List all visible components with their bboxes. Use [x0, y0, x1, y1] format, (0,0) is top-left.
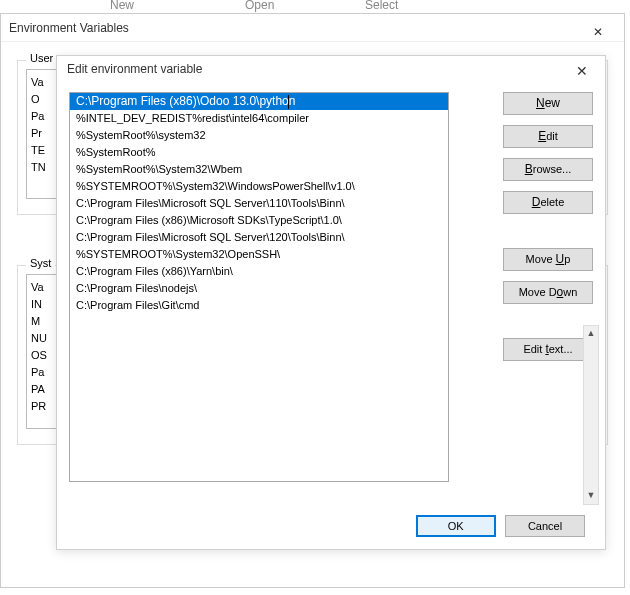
edit-env-titlebar: Edit environment variable ✕: [57, 56, 605, 82]
list-item[interactable]: %SystemRoot%: [70, 144, 448, 161]
list-item[interactable]: C:\Program Files (x86)\Yarn\bin\: [70, 263, 448, 280]
scroll-down-icon[interactable]: ▼: [584, 488, 598, 504]
ok-button[interactable]: OK: [416, 515, 496, 537]
env-variables-title: Environment Variables: [9, 21, 129, 35]
cancel-button[interactable]: Cancel: [505, 515, 585, 537]
move-up-button[interactable]: Move Up: [503, 248, 593, 271]
edit-button[interactable]: Edit: [503, 125, 593, 148]
list-item[interactable]: %SYSTEMROOT%\System32\OpenSSH\: [70, 246, 448, 263]
close-icon[interactable]: ✕: [578, 18, 618, 38]
edit-env-title: Edit environment variable: [67, 62, 202, 76]
close-icon[interactable]: ✕: [567, 58, 597, 84]
delete-button[interactable]: Delete: [503, 191, 593, 214]
list-item[interactable]: C:\Program Files (x86)\Odoo 13.0\python: [70, 93, 448, 110]
move-down-button[interactable]: Move Down: [503, 281, 593, 304]
text-caret: [288, 95, 289, 109]
list-item[interactable]: C:\Program Files\Microsoft SQL Server\12…: [70, 229, 448, 246]
edit-text-button[interactable]: Edit text...: [503, 338, 593, 361]
list-item[interactable]: C:\Program Files\Microsoft SQL Server\11…: [70, 195, 448, 212]
list-item[interactable]: C:\Program Files (x86)\Microsoft SDKs\Ty…: [70, 212, 448, 229]
list-item[interactable]: %SystemRoot%\System32\Wbem: [70, 161, 448, 178]
browse-button[interactable]: Browse...: [503, 158, 593, 181]
system-vars-label: Syst: [26, 257, 55, 269]
background-tabs: New Open Select: [0, 0, 630, 12]
list-item[interactable]: %SYSTEMROOT%\System32\WindowsPowerShell\…: [70, 178, 448, 195]
list-item[interactable]: %SystemRoot%\system32: [70, 127, 448, 144]
env-variables-titlebar: Environment Variables ✕: [1, 14, 624, 42]
list-item[interactable]: %INTEL_DEV_REDIST%redist\intel64\compile…: [70, 110, 448, 127]
scroll-up-icon[interactable]: ▲: [584, 326, 598, 342]
scrollbar[interactable]: ▲ ▼: [583, 325, 599, 505]
list-item[interactable]: C:\Program Files\nodejs\: [70, 280, 448, 297]
list-item[interactable]: C:\Program Files\Git\cmd: [70, 297, 448, 314]
edit-env-variable-window: Edit environment variable ✕ C:\Program F…: [56, 55, 606, 550]
user-vars-label: User: [26, 52, 57, 64]
path-list[interactable]: C:\Program Files (x86)\Odoo 13.0\python …: [69, 92, 449, 482]
new-button[interactable]: New: [503, 92, 593, 115]
